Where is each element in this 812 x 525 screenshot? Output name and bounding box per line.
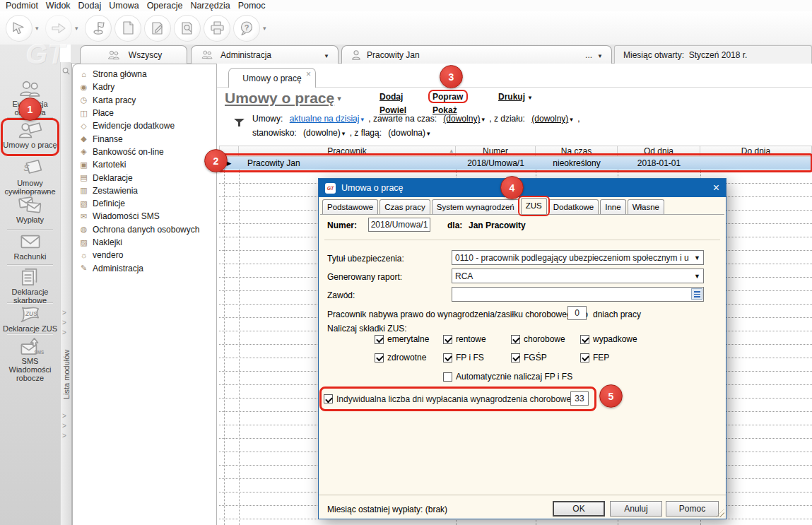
table-row-pracowity-jan[interactable]: Pracowity Jan 2018/Umowa/1 nieokreślony … — [219, 157, 812, 170]
module-rachunki[interactable]: Rachunki — [0, 232, 60, 263]
tree-item-ewidencje-dodatkowe[interactable]: ◇Ewidencje dodatkowe — [73, 119, 216, 132]
module-wyplaty[interactable]: Wypłaty — [0, 195, 60, 228]
ok-button[interactable]: OK — [553, 501, 605, 517]
dialog-tab-czas-pracy[interactable]: Czas pracy — [379, 199, 430, 214]
tree-item-kartoteki[interactable]: ▣Kartoteki — [73, 158, 216, 171]
filter-zawarte-value[interactable]: (dowolny) — [443, 114, 480, 124]
filter-umowy-value[interactable]: aktualne na dzisiaj — [290, 114, 360, 124]
menu-pomoc[interactable]: Pomoc — [238, 1, 273, 11]
zawod-input[interactable] — [452, 287, 704, 302]
checkbox-auto-fp[interactable]: Automatycznie naliczaj FP i FS — [443, 372, 572, 382]
indyw-days-input[interactable]: 33 — [570, 391, 589, 406]
filter-stanowisko-value[interactable]: (dowolne) — [303, 128, 341, 138]
menu-umowa[interactable]: Umowa — [109, 1, 146, 11]
chevron-right-icon[interactable] — [62, 309, 66, 317]
table-header-od-dnia[interactable]: Od dnia — [618, 146, 700, 157]
tab-wszyscy[interactable]: Wszyscy — [80, 45, 187, 64]
dialog-tab-dodatkowe[interactable]: Dodatkowe — [548, 199, 599, 214]
checkbox-rentowe[interactable]: rentowe — [443, 334, 486, 344]
menu-podmiot[interactable]: Podmiot — [6, 1, 46, 11]
tree-item-karta-pracy[interactable]: ◷Karta pracy — [73, 94, 216, 107]
select-arrow-button[interactable] — [6, 15, 33, 42]
new-document-button[interactable] — [114, 15, 141, 42]
tree-item-kadry[interactable]: ◉Kadry — [73, 81, 216, 93]
zawod-list-button[interactable] — [691, 288, 702, 300]
menu-dodaj[interactable]: Dodaj — [78, 1, 110, 11]
module-umowy-o-prace[interactable]: Umowy o pracę — [0, 120, 60, 154]
checkbox-fep[interactable]: FEP — [580, 353, 609, 362]
help-dropdown-icon[interactable] — [263, 25, 270, 32]
tree-item-administracja[interactable]: ✎Administracja — [73, 261, 216, 274]
module-deklaracje-zus[interactable]: ZUS Deklaracje ZUS — [0, 304, 60, 334]
nabywa-days-input[interactable]: 0 — [567, 306, 587, 320]
module-strip[interactable] — [60, 62, 72, 525]
chevron-right-icon[interactable] — [62, 422, 66, 430]
tab-dropdown-icon[interactable] — [324, 50, 329, 60]
checkbox-zdrowotne[interactable]: zdrowotne — [375, 353, 426, 362]
tree-item-deklaracje[interactable]: ▤Deklaracje — [73, 171, 216, 184]
table-header-na-czas[interactable]: Na czas — [536, 146, 618, 157]
checkbox-chorobowe[interactable]: chorobowe — [511, 334, 565, 344]
module-deklaracje-skarbowe[interactable]: Deklaracje skarbowe — [0, 267, 60, 302]
raport-select[interactable]: RCA — [452, 269, 704, 283]
page-title[interactable]: Umowy o pracę — [225, 90, 341, 107]
table-header-numer[interactable]: Numer — [456, 146, 536, 157]
dialog-tab-inne[interactable]: Inne — [600, 199, 625, 214]
chevron-right-icon[interactable] — [62, 329, 66, 336]
tab-umowy-o-prace[interactable]: Umowy o pracę — [228, 68, 316, 88]
print-button[interactable] — [204, 15, 230, 42]
pomoc-button[interactable]: Pomoc — [666, 501, 719, 517]
numer-input[interactable]: 2018/Umowa/1 — [368, 218, 430, 232]
preview-document-button[interactable] — [174, 15, 201, 42]
menu-widok[interactable]: Widok — [46, 1, 78, 11]
tree-item-wiadomosci-sms[interactable]: ✉Wiadomości SMS — [73, 210, 216, 223]
tab-pracowity-jan[interactable]: Pracowity Jan ... — [341, 45, 612, 64]
checkbox-fgsp[interactable]: FGŚP — [511, 353, 547, 362]
dialog-tab-wlasne[interactable]: Własne — [628, 199, 664, 214]
filter-flaga-value[interactable]: (dowolna) — [388, 128, 425, 138]
checkbox-fp-fs[interactable]: FP i FS — [443, 353, 484, 362]
tab-administracja[interactable]: Administracja — [191, 45, 339, 64]
dodaj-link[interactable]: Dodaj — [379, 92, 403, 102]
chevron-right-icon[interactable] — [62, 319, 66, 326]
tree-item-definicje[interactable]: ▧Definicje — [73, 197, 216, 210]
dialog-tab-zus[interactable]: ZUS — [521, 198, 547, 214]
tree-item-naklejki[interactable]: ▨Naklejki — [73, 236, 216, 249]
dialog-tab-podstawowe[interactable]: Podstawowe — [322, 199, 378, 214]
module-umowy-cywilnoprawne[interactable]: S Umowy cywilnoprawne — [0, 158, 60, 194]
send-button[interactable] — [45, 15, 72, 42]
edit-document-button[interactable] — [144, 15, 171, 42]
menu-narzedzia[interactable]: Narzędzia — [190, 1, 237, 11]
tab-dropdown-icon[interactable] — [597, 50, 603, 60]
checkbox-indyw[interactable] — [324, 394, 333, 403]
tree-item-zestawienia[interactable]: ▥Zestawienia — [73, 184, 216, 197]
close-icon[interactable] — [713, 182, 719, 194]
close-icon[interactable] — [306, 69, 311, 79]
tree-item-vendero[interactable]: ☼vendero — [73, 249, 216, 261]
tree-item-bankowosc[interactable]: ◈Bankowość on-line — [73, 146, 216, 158]
checkbox-emerytalne[interactable]: emerytalne — [375, 334, 429, 344]
checkbox-wypadkowe[interactable]: wypadkowe — [580, 334, 637, 344]
flag-button[interactable] — [85, 15, 112, 42]
anuluj-button[interactable]: Anuluj — [610, 501, 662, 517]
tytul-select[interactable]: 0110 - pracownik podlegający ubezpieczen… — [452, 250, 704, 265]
filter-funnel-icon[interactable] — [234, 119, 245, 126]
menu-operacje[interactable]: Operacje — [147, 1, 191, 11]
table-header-do-dnia[interactable]: Do dnia — [700, 146, 812, 157]
table-header-pracownik[interactable]: Pracownik — [239, 146, 456, 157]
tab-ellipsis[interactable]: ... — [585, 50, 592, 60]
chevron-right-icon[interactable] — [62, 432, 66, 440]
chevron-right-icon[interactable] — [62, 412, 66, 420]
filter-dzial-value[interactable]: (dowolny) — [531, 114, 568, 124]
chevron-down-icon[interactable] — [337, 93, 341, 103]
select-arrow-dropdown-icon[interactable] — [35, 25, 42, 32]
tree-item-ochrona-danych[interactable]: ◍Ochrona danych osobowych — [73, 223, 216, 236]
module-sms-robocze[interactable]: SMS SMS Wiadomości robocze — [0, 336, 60, 382]
popraw-link[interactable]: Popraw — [433, 92, 463, 102]
drukuj-link[interactable]: Drukuj — [498, 92, 533, 102]
help-button[interactable]: ? — [233, 15, 260, 42]
tree-item-place[interactable]: ◫Płace — [73, 107, 216, 119]
send-dropdown-icon[interactable] — [75, 25, 82, 32]
tree-item-strona-glowna[interactable]: ⌂Strona główna — [73, 68, 216, 81]
dialog-tab-system-wynagrodzen[interactable]: System wynagrodzeń — [432, 199, 519, 214]
